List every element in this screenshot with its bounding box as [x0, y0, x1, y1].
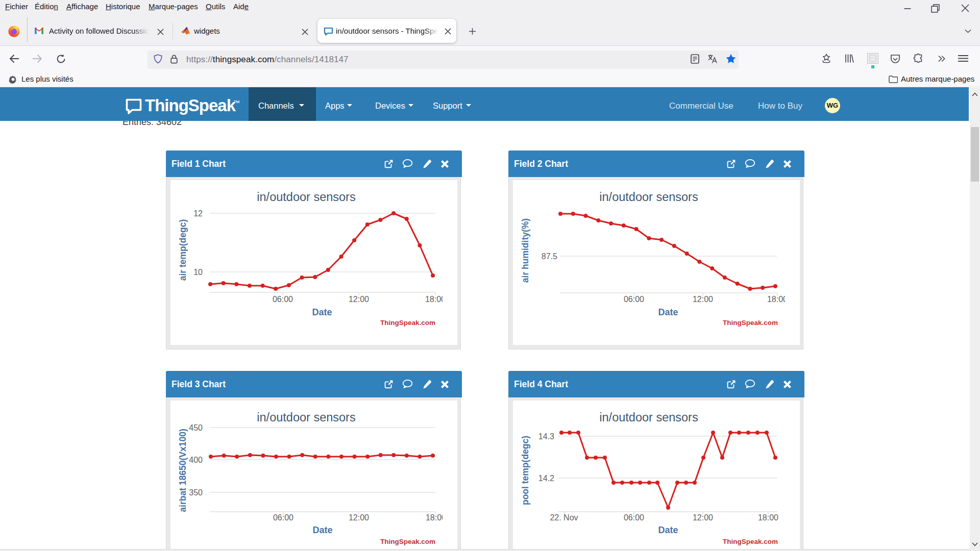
svg-text:14.2: 14.2: [538, 474, 554, 483]
svg-text:in/outdoor sensors: in/outdoor sensors: [599, 411, 698, 424]
svg-text:12:00: 12:00: [349, 295, 369, 304]
svg-text:12: 12: [193, 209, 203, 218]
svg-text:Date: Date: [312, 525, 332, 535]
svg-text:air temp(degc): air temp(degc): [178, 219, 188, 281]
svg-text:ThingSpeak.com: ThingSpeak.com: [380, 319, 435, 327]
svg-text:12:00: 12:00: [693, 513, 713, 522]
svg-text:Date: Date: [658, 307, 678, 317]
svg-text:350: 350: [189, 488, 203, 497]
svg-text:airbat 18650(Vx100): airbat 18650(Vx100): [178, 429, 188, 512]
svg-text:06:00: 06:00: [273, 513, 293, 522]
svg-text:18:00: 18:00: [767, 295, 788, 304]
svg-text:12:00: 12:00: [349, 513, 369, 522]
svg-text:air humidity(%): air humidity(%): [520, 218, 530, 283]
svg-text:14.3: 14.3: [538, 432, 554, 441]
svg-text:pool temp(degc): pool temp(degc): [520, 436, 530, 505]
svg-text:in/outdoor sensors: in/outdoor sensors: [257, 190, 355, 204]
svg-text:ThingSpeak.com: ThingSpeak.com: [380, 538, 435, 545]
svg-text:22. Nov: 22. Nov: [550, 513, 578, 522]
svg-text:87.5: 87.5: [542, 252, 557, 261]
svg-text:12:00: 12:00: [693, 295, 713, 304]
svg-text:ThingSpeak.com: ThingSpeak.com: [723, 538, 778, 545]
svg-text:ThingSpeak.com: ThingSpeak.com: [723, 319, 778, 327]
svg-text:18:00: 18:00: [758, 513, 778, 522]
svg-text:06:00: 06:00: [624, 295, 644, 304]
svg-text:400: 400: [189, 456, 203, 464]
svg-text:Date: Date: [312, 307, 332, 317]
svg-text:in/outdoor sensors: in/outdoor sensors: [257, 411, 355, 424]
svg-text:in/outdoor sensors: in/outdoor sensors: [599, 190, 698, 204]
svg-text:06:00: 06:00: [624, 513, 644, 522]
svg-text:450: 450: [189, 423, 203, 432]
svg-text:Date: Date: [658, 525, 678, 535]
svg-text:06:00: 06:00: [273, 295, 293, 304]
svg-text:10: 10: [193, 268, 203, 277]
